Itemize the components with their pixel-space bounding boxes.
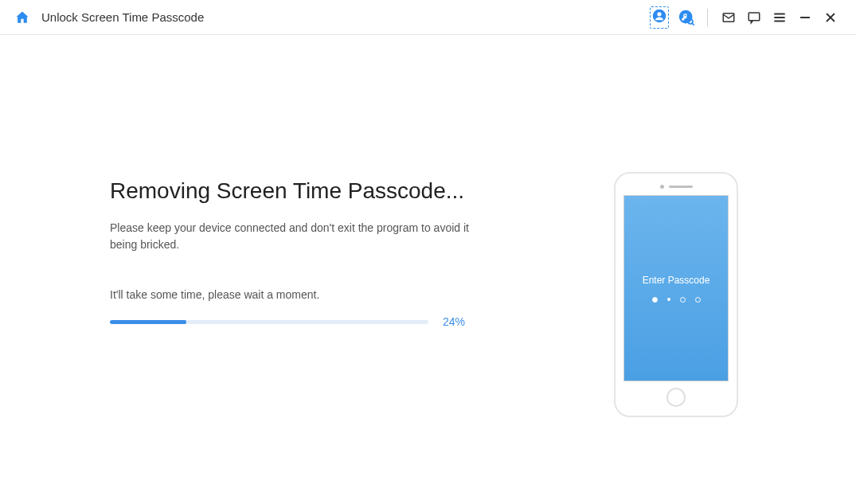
passcode-dots — [652, 297, 701, 303]
mail-icon[interactable] — [721, 10, 737, 25]
phone-screen: Enter Passcode — [623, 195, 729, 381]
phone-illustration: Enter Passcode — [614, 172, 738, 417]
close-icon[interactable] — [823, 10, 838, 25]
header-divider — [707, 9, 708, 26]
phone-camera-dot — [660, 185, 664, 189]
menu-icon[interactable] — [772, 10, 788, 25]
svg-point-1 — [657, 12, 661, 16]
account-icon[interactable] — [650, 6, 669, 29]
minimize-icon[interactable] — [797, 10, 813, 25]
passcode-dot — [652, 297, 658, 303]
svg-rect-6 — [749, 13, 760, 21]
progress-bar-fill — [110, 320, 186, 324]
music-search-icon[interactable] — [678, 10, 694, 25]
passcode-dot — [680, 297, 686, 303]
page-title: Unlock Screen Time Passcode — [41, 10, 204, 24]
chat-icon[interactable] — [746, 10, 762, 25]
passcode-dot — [667, 298, 670, 301]
main-title: Removing Screen Time Passcode... — [110, 178, 484, 204]
header-bar: Unlock Screen Time Passcode — [0, 0, 856, 35]
progress-bar — [110, 320, 428, 324]
svg-line-4 — [692, 23, 694, 25]
header-left: Unlock Screen Time Passcode — [14, 10, 204, 25]
content-right: Enter Passcode — [614, 172, 738, 417]
wait-text: It'll take some time, please wait a mome… — [110, 288, 484, 301]
phone-notch — [660, 185, 693, 189]
progress-percent: 24% — [443, 315, 465, 328]
progress-row: 24% — [110, 315, 484, 328]
main-content: Removing Screen Time Passcode... Please … — [0, 35, 856, 417]
content-left: Removing Screen Time Passcode... Please … — [110, 178, 484, 417]
phone-home-button — [666, 388, 686, 407]
home-icon[interactable] — [14, 10, 30, 25]
header-right — [650, 6, 838, 29]
passcode-dot — [695, 297, 701, 303]
subtitle: Please keep your device connected and do… — [110, 220, 484, 253]
phone-screen-label: Enter Passcode — [643, 275, 710, 286]
phone-speaker — [669, 186, 693, 188]
